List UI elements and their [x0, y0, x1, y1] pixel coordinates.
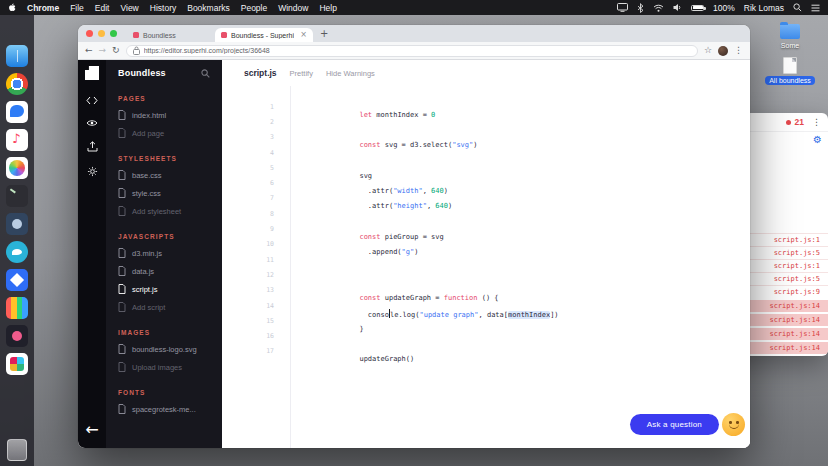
browser-menu-icon[interactable] [734, 46, 743, 55]
back-arrow-button[interactable] [78, 422, 106, 438]
battery-percent: 100% [713, 3, 735, 13]
sketch-icon[interactable] [6, 297, 28, 319]
file-icon [118, 404, 126, 414]
code-token: ) [473, 141, 477, 149]
menu-item[interactable]: People [241, 3, 267, 13]
sidebar-item-label: base.css [132, 171, 162, 180]
sidebar-file-item[interactable]: script.js [106, 280, 222, 298]
superhi-logo[interactable] [85, 66, 99, 80]
sidebar-file-item[interactable]: d3.min.js [106, 244, 222, 262]
sidebar-file-item[interactable]: style.css [106, 184, 222, 202]
sidebar-item-label: spacegrotesk-me... [132, 405, 196, 414]
chrome-icon[interactable] [6, 73, 28, 95]
terminal-icon[interactable] [6, 185, 28, 207]
error-count-badge[interactable]: 21 [795, 117, 804, 127]
figma-icon[interactable] [6, 325, 28, 347]
line-number: 4 [222, 149, 282, 157]
sidebar-section-items: index.html Add page [106, 106, 222, 142]
sidebar-file-item[interactable]: Add script [106, 298, 222, 316]
file-icon [118, 206, 126, 216]
trash-icon[interactable] [7, 439, 27, 461]
messages-icon[interactable] [6, 101, 28, 123]
page-security-icon[interactable] [133, 46, 140, 56]
sidebar-file-item[interactable]: boundless-logo.svg [106, 340, 222, 358]
prettify-button[interactable]: Prettify [290, 69, 313, 78]
tab-close-icon[interactable] [300, 31, 307, 39]
hide-warnings-button[interactable]: Hide Warnings [326, 69, 375, 78]
share-upload-icon[interactable] [87, 141, 98, 152]
code-editor[interactable]: 1 let monthIndex = 0 2 3 [222, 86, 750, 448]
menu-item[interactable]: Window [278, 3, 308, 13]
code-token: ) [414, 248, 418, 256]
display-icon[interactable] [617, 3, 628, 12]
panel-menu-icon[interactable] [812, 117, 821, 127]
photos-icon[interactable] [6, 157, 28, 179]
twitter-icon[interactable] [6, 241, 28, 263]
menu-item[interactable]: History [150, 3, 176, 13]
dropbox-icon[interactable] [6, 269, 28, 291]
smiley-help-button[interactable] [722, 413, 745, 436]
menu-item[interactable]: Help [319, 3, 336, 13]
desktop-icon-glyph [780, 24, 800, 39]
sidebar-section-items: d3.min.js data.js script.js [106, 244, 222, 316]
search-icon[interactable] [201, 69, 210, 78]
user-menu[interactable]: Rik Lomas [744, 3, 784, 13]
sidebar-item-label: style.css [132, 189, 161, 198]
menu-item[interactable]: Chrome [27, 3, 59, 13]
spotlight-search-icon[interactable] [793, 3, 802, 12]
sidebar-file-item[interactable]: Add page [106, 124, 222, 142]
browser-tab[interactable]: Boundless - Superhi [215, 28, 313, 42]
sidebar-section-label: STYLESHEETS [106, 155, 222, 162]
sidebar-section-items: base.css style.css Add stylesheet [106, 166, 222, 220]
slack-icon[interactable] [6, 353, 28, 375]
menu-item[interactable]: View [120, 3, 138, 13]
file-icon [118, 302, 126, 312]
menu-item[interactable]: File [70, 3, 84, 13]
sidebar-file-item[interactable]: Upload images [106, 358, 222, 376]
reload-button[interactable] [112, 46, 120, 55]
sidebar-file-item[interactable]: base.css [106, 166, 222, 184]
desktop-icon[interactable]: Some [777, 24, 803, 50]
back-button[interactable] [85, 46, 93, 55]
menu-item[interactable]: Edit [95, 3, 110, 13]
tweetbot-icon[interactable] [6, 213, 28, 235]
zoom-window-button[interactable] [110, 30, 117, 37]
notification-center-icon[interactable] [811, 4, 820, 12]
bookmark-star-icon[interactable] [704, 46, 712, 55]
minimize-window-button[interactable] [98, 30, 105, 37]
forward-button[interactable] [99, 46, 107, 55]
line-number: 6 [222, 179, 282, 187]
code-token: "update graph" [419, 311, 478, 319]
sidebar-file-item[interactable]: spacegrotesk-me... [106, 400, 222, 418]
music-icon[interactable] [6, 129, 28, 151]
settings-gear-icon[interactable] [87, 166, 98, 177]
volume-icon[interactable] [673, 3, 682, 12]
console-settings-gear-icon[interactable] [813, 135, 822, 145]
preview-eye-icon[interactable] [86, 119, 98, 127]
browser-profile-avatar[interactable] [718, 46, 728, 56]
address-bar[interactable]: https://editor.superhi.com/projects/3664… [126, 45, 698, 57]
apple-menu-icon[interactable] [8, 2, 17, 13]
desktop-icon[interactable]: All boundless [765, 57, 815, 85]
file-icon [118, 110, 126, 120]
ask-question-button[interactable]: Ask a question [630, 414, 719, 435]
open-file-tab[interactable]: script.js [244, 68, 277, 78]
console-error-ref: script.js:14 [769, 302, 820, 310]
sidebar-file-item[interactable]: data.js [106, 262, 222, 280]
code-token: "g" [402, 248, 415, 256]
sidebar-file-item[interactable]: Add stylesheet [106, 202, 222, 220]
new-tab-button[interactable] [320, 29, 328, 39]
browser-tab[interactable]: Boundless [127, 28, 215, 42]
sidebar-file-item[interactable]: index.html [106, 106, 222, 124]
finder-icon[interactable] [6, 45, 28, 67]
battery-icon[interactable] [691, 5, 704, 11]
sidebar-item-label: data.js [132, 267, 154, 276]
menu-item[interactable]: Bookmarks [187, 3, 230, 13]
line-number: 16 [222, 332, 282, 340]
wifi-icon[interactable] [653, 4, 664, 12]
line-number: 2 [222, 118, 282, 126]
code-line: 17 updateGraph() [222, 344, 750, 359]
bluetooth-icon[interactable] [637, 3, 644, 13]
close-window-button[interactable] [86, 30, 93, 37]
code-editor-icon[interactable] [86, 96, 98, 105]
